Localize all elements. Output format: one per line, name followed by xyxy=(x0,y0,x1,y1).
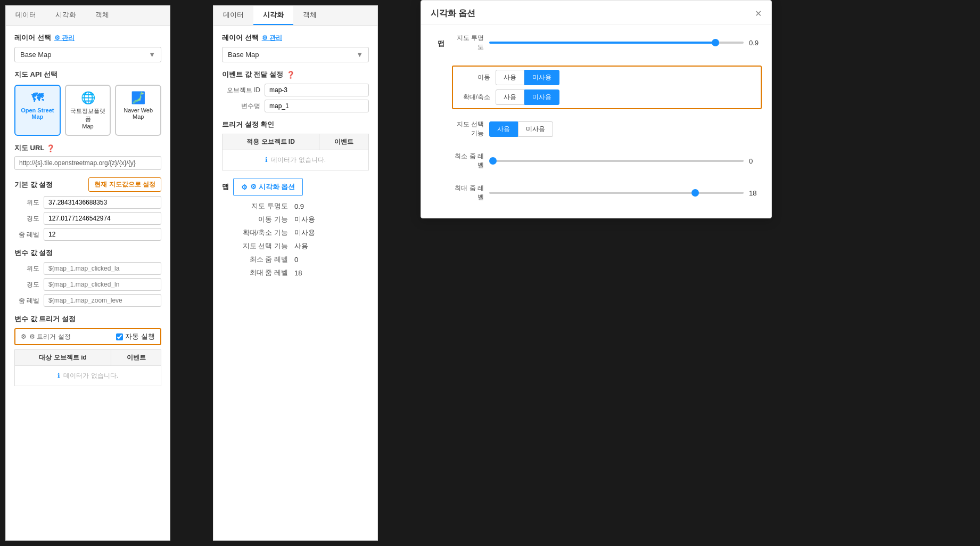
map-api-title: 지도 API 선택 xyxy=(14,70,161,79)
middle-dropdown-arrow-icon: ▼ xyxy=(356,51,363,59)
max-zoom-slider[interactable] xyxy=(489,192,744,194)
trigger-row: ⚙ ⚙ 트리거 설정 자동 실행 xyxy=(14,328,161,345)
min-zoom-slider-container: 0 xyxy=(489,157,762,165)
api-cards: 🗺 Open StreetMap 🌐 국토정보플랫폼Map 🗾 Naver We… xyxy=(14,85,161,136)
dialog-max-zoom-row: 최대 줌 레벨 18 xyxy=(452,184,762,202)
left-tab-data[interactable]: 데이터 xyxy=(6,6,46,25)
max-zoom-value: 18 xyxy=(749,189,762,197)
info-icon: ℹ xyxy=(57,372,60,379)
event-section-header: 이벤트 값 전달 설정 ❓ xyxy=(222,70,369,79)
api-card-naver[interactable]: 🗾 Naver WebMap xyxy=(115,85,161,136)
event-varname-input[interactable] xyxy=(265,100,369,112)
default-lat-input[interactable] xyxy=(44,196,161,209)
var-lat-input[interactable] xyxy=(44,262,161,275)
auto-run-label[interactable]: 자동 실행 xyxy=(116,332,155,341)
select-toggle-group: 사용 미사용 xyxy=(489,121,553,137)
map-opt-row-2: 확대/축소 기능 미사용 xyxy=(230,228,360,238)
naver-icon: 🗾 xyxy=(131,91,145,105)
trigger-table-nodata: ℹ 데이터가 없습니다. xyxy=(15,366,161,386)
transparency-slider[interactable] xyxy=(489,42,744,44)
middle-tabs: 데이터 시각화 객체 xyxy=(213,6,377,26)
var-zoom-row: 줌 레벨 xyxy=(14,294,161,307)
map-viz-section: 맵 ⚙ ⚙ 시각화 옵션 지도 투명도 0.9 이동 기능 미사용 xyxy=(222,178,369,289)
ngis-icon: 🌐 xyxy=(81,91,95,105)
event-objectid-row: 오브젝트 ID xyxy=(222,84,369,96)
dialog-transparency-row: 지도 투명도 0.9 xyxy=(452,34,762,52)
left-panel: 데이터 시각화 객체 레이어 선택 ⚙ 관리 Base Map ▼ 지도 API… xyxy=(5,5,170,541)
middle-tab-viz[interactable]: 시각화 xyxy=(253,6,293,25)
dialog-header: 시각화 옵션 ✕ xyxy=(421,1,771,25)
default-lng-row: 경도 xyxy=(14,212,161,225)
trigger-table-col1: 대상 오브젝트 id xyxy=(15,350,111,366)
var-lng-input[interactable] xyxy=(44,278,161,291)
trigger-check-col1: 적용 오브젝트 ID xyxy=(223,134,319,150)
dialog-body: 맵 지도 투명도 0.9 이동 xyxy=(421,25,771,218)
left-tabs: 데이터 시각화 객체 xyxy=(6,6,170,26)
middle-tab-data[interactable]: 데이터 xyxy=(213,6,253,25)
left-tab-viz[interactable]: 시각화 xyxy=(46,6,86,25)
map-url-title: 지도 URL ❓ xyxy=(14,143,161,153)
dialog-title: 시각화 옵션 xyxy=(431,8,475,19)
default-zoom-row: 줌 레벨 xyxy=(14,228,161,241)
min-zoom-value: 0 xyxy=(749,157,762,165)
middle-tab-object[interactable]: 객체 xyxy=(293,6,326,25)
api-card-openstreet[interactable]: 🗺 Open StreetMap xyxy=(14,85,61,136)
current-map-button[interactable]: 현재 지도값으로 설정 xyxy=(88,177,161,192)
trigger-check-header: 트리거 설정 확인 xyxy=(222,120,369,129)
trigger-check-col2: 이벤트 xyxy=(319,134,369,150)
gear-viz-icon: ⚙ xyxy=(241,183,248,191)
api-card-ngis[interactable]: 🌐 국토정보플랫폼Map xyxy=(65,85,111,136)
left-tab-object[interactable]: 객체 xyxy=(86,6,119,25)
dialog-map-content: 지도 투명도 0.9 이동 사용 미사용 xyxy=(452,34,762,209)
auto-run-checkbox[interactable] xyxy=(116,333,123,340)
trigger-table: 대상 오브젝트 id 이벤트 ℹ 데이터가 없습니다. xyxy=(14,349,161,386)
left-manage-link[interactable]: ⚙ 관리 xyxy=(54,34,75,43)
dialog-select-toggle-row: 지도 선택 기능 사용 미사용 xyxy=(452,120,762,138)
move-use-button[interactable]: 사용 xyxy=(496,70,524,85)
move-toggle-row: 이동 사용 미사용 확대/축소 사용 미사용 xyxy=(452,66,762,109)
map-opt-row-4: 최소 줌 레벨 0 xyxy=(230,255,360,264)
transparency-slider-container: 0.9 xyxy=(489,39,762,47)
layer-select-header: 레이어 선택 ⚙ 관리 xyxy=(14,33,161,43)
event-section: 이벤트 값 전달 설정 ❓ 오브젝트 ID 변수명 xyxy=(222,70,369,112)
map-opt-row-1: 이동 기능 미사용 xyxy=(230,215,360,224)
default-zoom-input[interactable] xyxy=(44,228,161,241)
default-lng-input[interactable] xyxy=(44,212,161,225)
trigger-check-section: 트리거 설정 확인 적용 오브젝트 ID 이벤트 ℹ 데이터가 없습니 xyxy=(222,120,369,170)
var-lng-row: 경도 xyxy=(14,278,161,291)
var-value-title: 변수 값 설정 xyxy=(14,248,161,258)
dialog-map-col: 맵 지도 투명도 0.9 이동 xyxy=(431,34,762,209)
map-opt-content: 지도 투명도 0.9 이동 기능 미사용 확대/축소 기능 미사용 지도 선택 … xyxy=(222,201,369,289)
transparency-value: 0.9 xyxy=(749,39,762,47)
event-varname-row: 변수명 xyxy=(222,100,369,112)
viz-options-button[interactable]: ⚙ ⚙ 시각화 옵션 xyxy=(233,178,303,196)
trigger-gear-icon: ⚙ xyxy=(21,333,27,340)
zoom-use-button[interactable]: 사용 xyxy=(496,89,524,105)
url-help-icon[interactable]: ❓ xyxy=(46,144,55,152)
dialog-zoom-toggle-row: 확대/축소 사용 미사용 xyxy=(458,89,755,105)
middle-layer-dropdown[interactable]: Base Map ▼ xyxy=(222,47,369,62)
trigger-check-info-icon: ℹ xyxy=(265,156,268,164)
var-zoom-input[interactable] xyxy=(44,294,161,307)
event-objectid-input[interactable] xyxy=(265,84,369,96)
trigger-left[interactable]: ⚙ ⚙ 트리거 설정 xyxy=(21,332,71,341)
viz-options-dialog: 시각화 옵션 ✕ 맵 지도 투명도 0.9 xyxy=(421,0,772,218)
middle-manage-link[interactable]: ⚙ 관리 xyxy=(262,34,282,43)
dialog-close-button[interactable]: ✕ xyxy=(755,9,762,19)
var-lat-row: 위도 xyxy=(14,262,161,275)
dialog-move-row: 이동 사용 미사용 xyxy=(458,70,755,85)
select-use-button[interactable]: 사용 xyxy=(489,121,518,137)
map-opt-row-3: 지도 선택 기능 사용 xyxy=(230,241,360,251)
select-notuse-button[interactable]: 미사용 xyxy=(518,121,553,137)
map-url-input[interactable] xyxy=(14,156,161,170)
dialog-min-zoom-row: 최소 줌 레벨 0 xyxy=(452,152,762,170)
min-zoom-slider[interactable] xyxy=(489,160,744,162)
event-help-icon[interactable]: ❓ xyxy=(286,71,295,79)
max-zoom-slider-container: 18 xyxy=(489,189,762,197)
left-layer-dropdown[interactable]: Base Map ▼ xyxy=(14,47,161,62)
middle-panel: 데이터 시각화 객체 레이어 선택 ⚙ 관리 Base Map ▼ 이벤트 값 … xyxy=(213,5,378,541)
middle-layer-select-header: 레이어 선택 ⚙ 관리 xyxy=(222,33,369,43)
default-lat-row: 위도 xyxy=(14,196,161,209)
move-notuse-button[interactable]: 미사용 xyxy=(524,70,559,85)
zoom-notuse-button[interactable]: 미사용 xyxy=(524,89,559,105)
